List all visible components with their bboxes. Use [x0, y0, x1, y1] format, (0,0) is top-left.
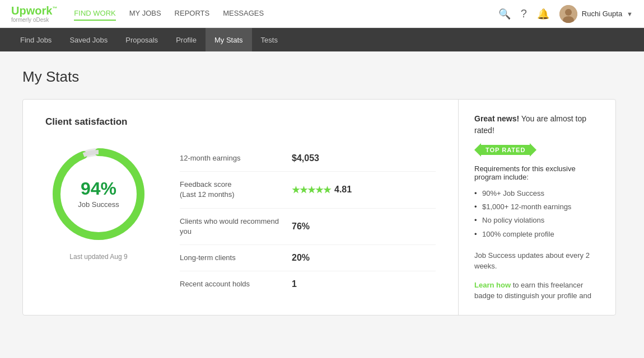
nav-my-jobs[interactable]: MY JOBS [129, 7, 161, 21]
learn-how-link[interactable]: Learn how [474, 281, 511, 289]
search-icon[interactable]: 🔍 [498, 8, 511, 20]
feedback-score: 4.81 [334, 185, 352, 195]
user-area[interactable]: Ruchi Gupta ▼ [559, 5, 633, 23]
stat-row: Recent account holds 1 [180, 271, 436, 297]
badge-right [530, 143, 536, 157]
chevron-down-icon: ▼ [627, 11, 633, 17]
badge-left [474, 143, 481, 157]
last-updated: Last updated Aug 9 [69, 253, 127, 261]
requirements-title: Requirements for this exclusive program … [474, 164, 600, 181]
requirements-list: 90%+ Job Success $1,000+ 12-month earnin… [474, 187, 600, 241]
stats-table: 12-month earnings $4,053 Feedback score(… [180, 141, 436, 297]
stars-icon: ★★★★★ [292, 185, 331, 195]
stat-row: Long-term clients 20% [180, 245, 436, 271]
subnav-my-stats[interactable]: My Stats [206, 28, 252, 51]
donut-container: 94% Job Success Last updated Aug 9 [45, 141, 152, 261]
list-item: $1,000+ 12-month earnings [474, 200, 600, 214]
stat-value: 1 [292, 279, 297, 289]
subnav-proposals[interactable]: Proposals [116, 28, 167, 51]
logo-area: Upwork™ formerly oDesk [11, 4, 57, 23]
learn-how-text: Learn how to earn this freelancer badge … [474, 280, 600, 302]
section-title: Client satisfaction [45, 116, 436, 128]
top-nav-right: 🔍 ? 🔔 Ruchi Gupta ▼ [498, 5, 633, 23]
stats-main: 94% Job Success Last updated Aug 9 12-mo… [45, 141, 436, 297]
list-item: 90%+ Job Success [474, 187, 600, 200]
stat-value: ★★★★★ 4.81 [292, 185, 352, 195]
great-news-text: Great news! You are almost top rated! [474, 113, 600, 136]
top-nav-links: FIND WORK MY JOBS REPORTS MESSAGES [74, 7, 498, 21]
top-rated-badge: TOP RATED [474, 143, 536, 157]
great-news-strong: Great news! [474, 114, 519, 123]
subnav-saved-jobs[interactable]: Saved Jobs [60, 28, 116, 51]
stat-label: Feedback score(Last 12 months) [180, 180, 292, 200]
donut-center: 94% Job Success [78, 178, 119, 209]
donut-percent: 94% [78, 178, 119, 199]
stat-value: 20% [292, 253, 310, 263]
avatar [559, 5, 577, 23]
stat-value: 76% [292, 222, 310, 232]
stat-label: Clients who would recommend you [180, 216, 292, 237]
subnav-tests[interactable]: Tests [252, 28, 287, 51]
stat-label: Recent account holds [180, 279, 292, 289]
stat-row: 12-month earnings $4,053 [180, 145, 436, 172]
badge-center: TOP RATED [481, 145, 530, 155]
logo: Upwork™ [11, 4, 57, 17]
update-info: Job Success updates about every 2 weeks. [474, 250, 600, 272]
stat-row: Feedback score(Last 12 months) ★★★★★ 4.8… [180, 172, 436, 208]
stat-label: Long-term clients [180, 253, 292, 263]
sub-nav: Find Jobs Saved Jobs Proposals Profile M… [0, 28, 644, 51]
nav-find-work[interactable]: FIND WORK [74, 7, 115, 21]
page-content: My Stats Client satisfaction [0, 51, 644, 332]
subnav-find-jobs[interactable]: Find Jobs [11, 28, 60, 51]
nav-reports[interactable]: REPORTS [175, 7, 210, 21]
logo-sub: formerly oDesk [11, 17, 57, 23]
stat-row: Clients who would recommend you 76% [180, 209, 436, 245]
nav-messages[interactable]: MESSAGES [223, 7, 264, 21]
notification-icon[interactable]: 🔔 [537, 8, 549, 20]
stat-label: 12-month earnings [180, 153, 292, 163]
help-icon[interactable]: ? [521, 7, 527, 20]
page-title: My Stats [22, 68, 622, 86]
user-name: Ruchi Gupta [582, 10, 622, 18]
svg-point-1 [565, 9, 572, 16]
stats-left: Client satisfaction [23, 100, 459, 315]
top-nav: Upwork™ formerly oDesk FIND WORK MY JOBS… [0, 0, 644, 28]
stats-right: Great news! You are almost top rated! TO… [459, 100, 615, 315]
stat-label-sub: (Last 12 months) [180, 190, 235, 199]
list-item: 100% complete profile [474, 228, 600, 241]
stat-value: $4,053 [292, 153, 319, 163]
list-item: No policy violations [474, 214, 600, 227]
donut-label: Job Success [78, 200, 119, 209]
donut-wrapper: 94% Job Success [45, 141, 152, 247]
stats-card: Client satisfaction [22, 99, 616, 315]
subnav-profile[interactable]: Profile [167, 28, 206, 51]
